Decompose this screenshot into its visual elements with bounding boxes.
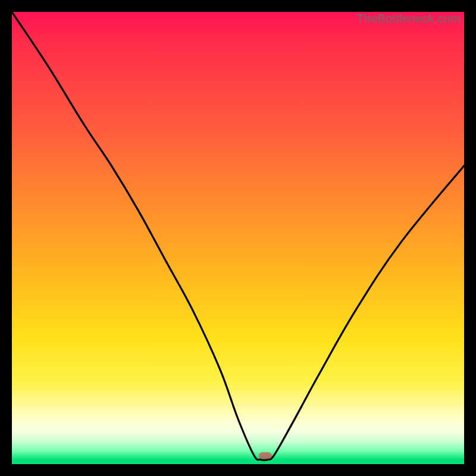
chart-frame: TheBottleneck.com	[12, 12, 464, 464]
bottleneck-curve	[12, 12, 464, 464]
watermark-text: TheBottleneck.com	[356, 12, 461, 26]
optimum-marker	[259, 452, 272, 459]
plot-area	[12, 12, 464, 464]
